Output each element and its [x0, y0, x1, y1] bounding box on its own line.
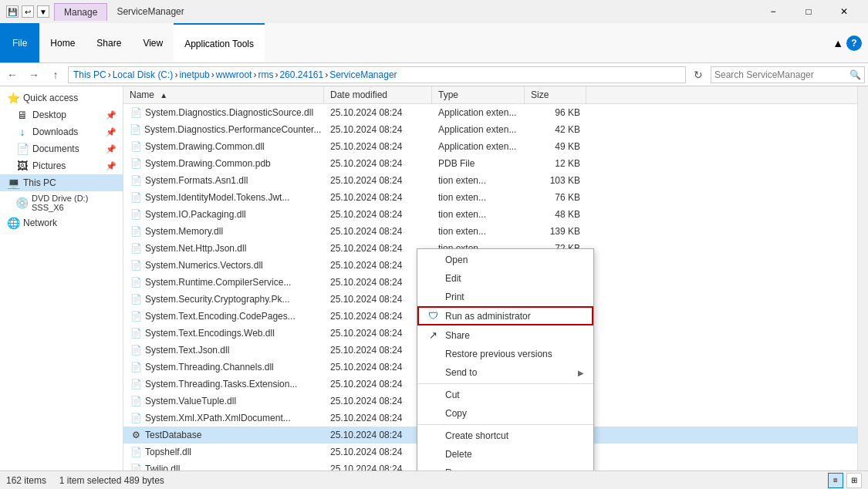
file-icon: 📄	[130, 260, 142, 271]
back-button[interactable]: ←	[3, 66, 22, 84]
file-icon: 📄	[130, 311, 142, 322]
search-input[interactable]	[711, 69, 846, 80]
ctx-item-label: Share	[445, 330, 470, 341]
sidebar-item-downloads[interactable]: ↓ Downloads 📌	[0, 123, 123, 140]
file-date: 25.10.2024 08:24	[324, 430, 432, 440]
tab-file[interactable]: File	[0, 23, 39, 62]
context-menu-item[interactable]: Restore previous versions	[417, 345, 593, 363]
submenu-arrow: ▶	[578, 369, 584, 377]
sidebar-item-dvd-drive[interactable]: 💿 DVD Drive (D:) SSS_X6	[0, 191, 123, 214]
path-thispc[interactable]: This PC	[73, 69, 106, 80]
forward-button[interactable]: →	[25, 66, 43, 84]
context-menu-separator	[417, 424, 593, 425]
sidebar-item-desktop[interactable]: 🖥 Desktop 📌	[0, 106, 123, 123]
file-icon: ⚙	[130, 430, 142, 440]
help-button[interactable]: ?	[846, 35, 862, 51]
context-menu-item[interactable]: Create shortcut	[417, 427, 593, 445]
col-header-type[interactable]: Type	[432, 86, 525, 103]
table-row[interactable]: 📄 System.IO.Packaging.dll 25.10.2024 08:…	[123, 206, 857, 223]
ctx-item-label: Rename	[445, 467, 480, 470]
path-wwwroot[interactable]: wwwroot	[216, 69, 252, 80]
table-row[interactable]: 📄 System.Drawing.Common.dll 25.10.2024 0…	[123, 138, 857, 155]
file-name: 📄 System.Numerics.Vectors.dll	[123, 260, 324, 271]
table-row[interactable]: 📄 System.Diagnostics.DiagnosticSource.dl…	[123, 104, 857, 121]
file-name: 📄 System.Threading.Tasks.Extension...	[123, 379, 324, 390]
path-rms[interactable]: rms	[258, 69, 273, 80]
sidebar-item-quick-access[interactable]: ⭐ Quick access	[0, 89, 123, 106]
tab-home[interactable]: Home	[39, 23, 86, 62]
minimize-button[interactable]: −	[755, 0, 791, 23]
col-header-size[interactable]: Size	[525, 86, 586, 103]
sidebar-item-this-pc[interactable]: 💻 This PC	[0, 174, 123, 191]
title-bar-controls: − □ ✕	[755, 0, 862, 23]
path-servicemanager[interactable]: ServiceManager	[329, 69, 397, 80]
ctx-item-icon: ↗	[427, 329, 439, 341]
details-view-button[interactable]: ≡	[828, 473, 843, 488]
file-date: 25.10.2024 08:24	[324, 175, 432, 186]
main-layout: ⭐ Quick access 🖥 Desktop 📌 ↓ Downloads 📌…	[0, 86, 868, 470]
col-header-date[interactable]: Date modified	[324, 86, 432, 103]
file-name: 📄 System.Text.Encodings.Web.dll	[123, 328, 324, 339]
ctx-item-label: Run as administrator	[445, 311, 531, 322]
file-date: 25.10.2024 08:24	[324, 294, 432, 305]
address-path[interactable]: This PC › Local Disk (C:) › inetpub › ww…	[68, 66, 686, 83]
context-menu-separator	[417, 383, 593, 384]
context-menu-item[interactable]: ↗Share	[417, 325, 593, 345]
sidebar-label-this-pc: This PC	[23, 177, 56, 188]
file-icon: 📄	[130, 192, 142, 203]
file-size: 49 KB	[525, 141, 586, 152]
file-icon: 📄	[130, 345, 142, 356]
path-inetpub[interactable]: inetpub	[179, 69, 209, 80]
right-scrollbar[interactable]	[857, 86, 868, 470]
sidebar-label-quick-access: Quick access	[23, 93, 78, 103]
file-date: 25.10.2024 08:24	[324, 379, 432, 390]
ribbon-collapse-button[interactable]: ▲	[833, 37, 843, 49]
ctx-item-label: Copy	[445, 408, 467, 419]
context-menu-item[interactable]: Edit	[417, 269, 593, 288]
selected-info: 1 item selected 489 bytes	[59, 475, 164, 486]
sidebar-item-documents[interactable]: 📄 Documents 📌	[0, 140, 123, 157]
file-icon: 📄	[130, 328, 142, 339]
tab-application-tools[interactable]: Application Tools	[174, 23, 265, 62]
file-date: 25.10.2024 08:24	[324, 141, 432, 152]
path-localdisk[interactable]: Local Disk (C:)	[113, 69, 174, 80]
file-type: tion exten...	[432, 192, 525, 203]
table-row[interactable]: 📄 System.Formats.Asn1.dll 25.10.2024 08:…	[123, 172, 857, 189]
context-menu-item[interactable]: Rename	[417, 464, 593, 470]
context-menu-item[interactable]: Copy	[417, 404, 593, 423]
sidebar-label-dvd-drive: DVD Drive (D:) SSS_X6	[32, 194, 117, 212]
table-row[interactable]: 📄 System.Drawing.Common.pdb 25.10.2024 0…	[123, 155, 857, 172]
tab-view[interactable]: View	[132, 23, 174, 62]
search-icon: 🔍	[846, 69, 864, 80]
path-version[interactable]: 260.24161	[279, 69, 323, 80]
context-menu-item[interactable]: Delete	[417, 445, 593, 464]
file-type: Application exten...	[432, 124, 525, 135]
context-menu-item[interactable]: Send to▶	[417, 363, 593, 382]
file-name: 📄 System.Drawing.Common.dll	[123, 141, 324, 152]
table-row[interactable]: 📄 System.Memory.dll 25.10.2024 08:24 tio…	[123, 223, 857, 240]
close-button[interactable]: ✕	[826, 0, 862, 23]
table-row[interactable]: 📄 System.IdentityModel.Tokens.Jwt... 25.…	[123, 189, 857, 206]
file-icon: 📄	[130, 175, 142, 186]
search-box[interactable]: 🔍	[711, 66, 865, 83]
tab-share[interactable]: Share	[86, 23, 132, 62]
file-name: 📄 System.Runtime.CompilerService...	[123, 277, 324, 288]
up-button[interactable]: ↑	[46, 66, 65, 84]
sidebar-item-pictures[interactable]: 🖼 Pictures 📌	[0, 157, 123, 174]
ribbon: File Home Share View Application Tools ▲…	[0, 23, 868, 63]
context-menu-item[interactable]: 🛡Run as administrator	[417, 306, 593, 325]
file-icon: 📄	[130, 209, 142, 220]
file-size: 76 KB	[525, 192, 586, 203]
col-header-name[interactable]: Name ▲	[123, 86, 324, 103]
context-menu: OpenEditPrint🛡Run as administrator↗Share…	[417, 248, 594, 470]
manage-tab[interactable]: Manage	[54, 3, 107, 21]
sidebar-label-documents: Documents	[32, 143, 79, 154]
maximize-button[interactable]: □	[791, 0, 826, 23]
context-menu-item[interactable]: Print	[417, 288, 593, 306]
sidebar-item-network[interactable]: 🌐 Network	[0, 214, 123, 231]
large-icon-view-button[interactable]: ⊞	[846, 473, 862, 488]
context-menu-item[interactable]: Open	[417, 251, 593, 269]
table-row[interactable]: 📄 System.Diagnostics.PerformanceCounter.…	[123, 121, 857, 138]
refresh-button[interactable]: ↻	[689, 66, 708, 84]
context-menu-item[interactable]: Cut	[417, 386, 593, 404]
